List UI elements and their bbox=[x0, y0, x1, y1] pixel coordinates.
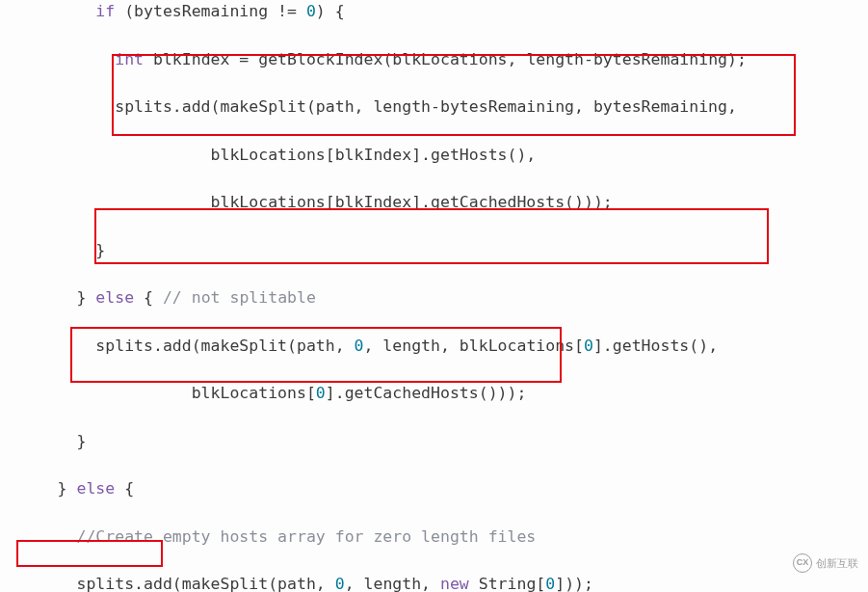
kw-else: else bbox=[76, 479, 115, 498]
highlight-box bbox=[70, 327, 562, 383]
watermark-text: 创新互联 bbox=[816, 555, 858, 572]
kw-if: if bbox=[95, 2, 115, 20]
kw-new: new bbox=[440, 575, 469, 592]
code-line: } bbox=[76, 432, 86, 450]
watermark: CX 创新互联 bbox=[793, 553, 858, 573]
comment: // not splitable bbox=[163, 288, 316, 307]
code-line: blkLocations[blkIndex].getHosts(), bbox=[211, 146, 537, 164]
watermark-logo-icon: CX bbox=[793, 553, 812, 573]
highlight-box bbox=[112, 54, 796, 136]
highlight-box bbox=[94, 208, 769, 264]
highlight-box bbox=[16, 540, 163, 567]
kw-else: else bbox=[95, 288, 134, 307]
